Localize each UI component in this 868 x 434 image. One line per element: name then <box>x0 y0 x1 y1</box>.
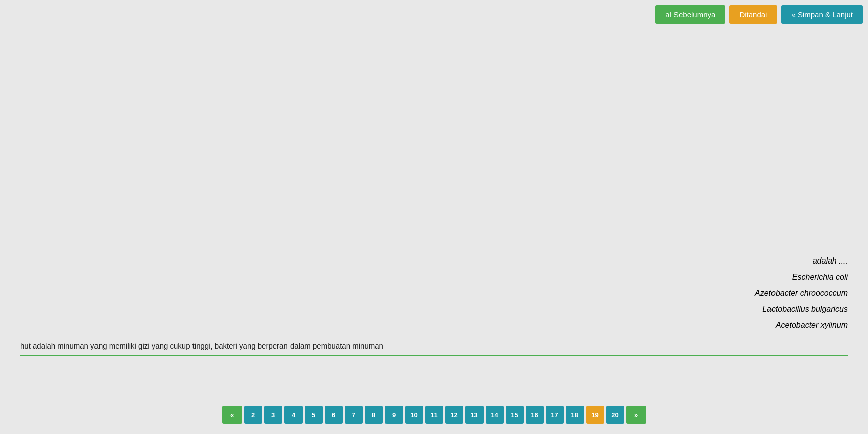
pagination-page-9[interactable]: 9 <box>385 406 403 424</box>
pagination-page-7[interactable]: 7 <box>345 406 363 424</box>
ditandai-button[interactable]: Ditandai <box>729 5 777 24</box>
pagination-page-12[interactable]: 12 <box>445 406 463 424</box>
pagination-next[interactable]: » <box>626 406 646 424</box>
pagination-page-14[interactable]: 14 <box>486 406 504 424</box>
question-text: hut adalah minuman yang memiliki gizi ya… <box>20 341 848 356</box>
answer-option-2: Azetobacter chroococcum <box>755 285 848 301</box>
pagination-page-19-active[interactable]: 19 <box>586 406 604 424</box>
pagination-page-6[interactable]: 6 <box>325 406 343 424</box>
sebelumnya-button[interactable]: al Sebelumnya <box>655 5 725 24</box>
answer-option-3: Lactobacillus bulgaricus <box>755 301 848 317</box>
pagination-prev[interactable]: « <box>222 406 242 424</box>
page-container: al Sebelumnya Ditandai « Simpan & Lanjut… <box>0 0 868 434</box>
pagination-page-17[interactable]: 17 <box>546 406 564 424</box>
answer-option-1: Escherichia coli <box>755 269 848 285</box>
pagination-page-5[interactable]: 5 <box>305 406 323 424</box>
simpan-lanjut-button[interactable]: « Simpan & Lanjut <box>781 5 863 24</box>
answer-options-block: adalah .... Escherichia coli Azetobacter… <box>755 253 848 333</box>
pagination-page-16[interactable]: 16 <box>526 406 544 424</box>
pagination-page-10[interactable]: 10 <box>405 406 423 424</box>
question-content: hut adalah minuman yang memiliki gizi ya… <box>20 341 383 350</box>
pagination-page-15[interactable]: 15 <box>506 406 524 424</box>
pagination-page-8[interactable]: 8 <box>365 406 383 424</box>
pagination-page-2[interactable]: 2 <box>244 406 262 424</box>
pagination-page-3[interactable]: 3 <box>264 406 282 424</box>
pagination-page-11[interactable]: 11 <box>425 406 443 424</box>
answer-label: adalah .... <box>755 253 848 269</box>
pagination-bar: « 2 3 4 5 6 7 8 9 10 11 12 13 14 15 16 1… <box>222 406 646 424</box>
pagination-page-20[interactable]: 20 <box>606 406 624 424</box>
pagination-page-4[interactable]: 4 <box>284 406 303 424</box>
pagination-page-13[interactable]: 13 <box>465 406 484 424</box>
answer-option-4: Acetobacter xylinum <box>755 317 848 333</box>
top-buttons-bar: al Sebelumnya Ditandai « Simpan & Lanjut <box>655 5 863 24</box>
pagination-page-18[interactable]: 18 <box>566 406 584 424</box>
